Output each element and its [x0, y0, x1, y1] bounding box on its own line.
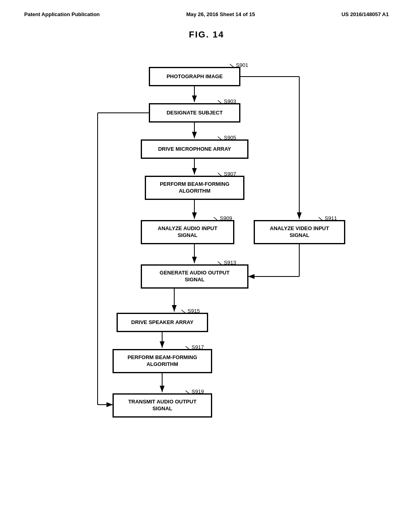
header-middle: May 26, 2016 Sheet 14 of 15	[186, 11, 255, 17]
step-s913: GENERATE AUDIO OUTPUT SIGNAL	[141, 265, 248, 288]
step-s917: PERFORM BEAM-FORMING ALGORITHM	[113, 349, 212, 373]
step-s911: ANALYZE VIDEO INPUT SIGNAL	[254, 220, 345, 244]
step-s905: DRIVE MICROPHONE ARRAY	[141, 140, 248, 158]
header-left: Patent Application Publication	[24, 11, 100, 17]
step-s903: DESIGNATE SUBJECT	[149, 104, 240, 122]
step-s919: TRANSMIT AUDIO OUTPUT SIGNAL	[113, 394, 212, 417]
header-right: US 2016/148057 A1	[342, 11, 389, 17]
step-s901: PHOTOGRAPH IMAGE	[149, 67, 240, 86]
fig-title: FIG. 14	[0, 29, 413, 40]
step-s907: PERFORM BEAM-FORMING ALGORITHM	[145, 176, 244, 200]
step-s915: DRIVE SPEAKER ARRAY	[117, 313, 208, 332]
flowchart-diagram: S901 S903 S905 S907 S909 S911 S913 S915 …	[49, 56, 364, 479]
step-s909: ANALYZE AUDIO INPUT SIGNAL	[141, 220, 234, 244]
page-header: Patent Application Publication May 26, 2…	[0, 0, 413, 17]
